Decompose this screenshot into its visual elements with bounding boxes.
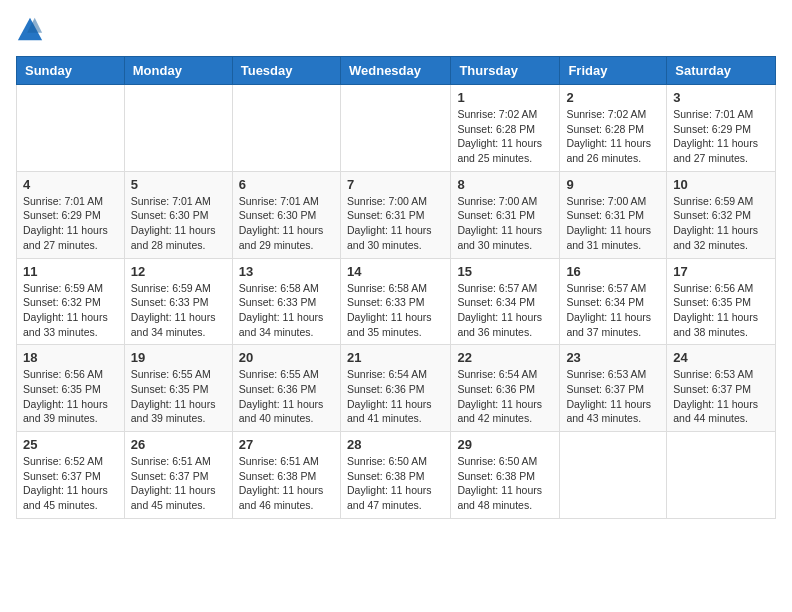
- day-info: Sunrise: 7:02 AM Sunset: 6:28 PM Dayligh…: [457, 107, 553, 166]
- day-info: Sunrise: 6:58 AM Sunset: 6:33 PM Dayligh…: [239, 281, 334, 340]
- calendar-cell: [124, 85, 232, 172]
- day-of-week-header: Thursday: [451, 57, 560, 85]
- day-number: 14: [347, 264, 444, 279]
- day-of-week-header: Tuesday: [232, 57, 340, 85]
- day-info: Sunrise: 6:55 AM Sunset: 6:35 PM Dayligh…: [131, 367, 226, 426]
- day-info: Sunrise: 6:54 AM Sunset: 6:36 PM Dayligh…: [347, 367, 444, 426]
- calendar-cell: 11Sunrise: 6:59 AM Sunset: 6:32 PM Dayli…: [17, 258, 125, 345]
- day-info: Sunrise: 6:52 AM Sunset: 6:37 PM Dayligh…: [23, 454, 118, 513]
- day-number: 12: [131, 264, 226, 279]
- day-info: Sunrise: 6:55 AM Sunset: 6:36 PM Dayligh…: [239, 367, 334, 426]
- day-info: Sunrise: 6:51 AM Sunset: 6:37 PM Dayligh…: [131, 454, 226, 513]
- calendar-cell: 27Sunrise: 6:51 AM Sunset: 6:38 PM Dayli…: [232, 432, 340, 519]
- calendar-week-row: 1Sunrise: 7:02 AM Sunset: 6:28 PM Daylig…: [17, 85, 776, 172]
- calendar-cell: 28Sunrise: 6:50 AM Sunset: 6:38 PM Dayli…: [340, 432, 450, 519]
- calendar-cell: 23Sunrise: 6:53 AM Sunset: 6:37 PM Dayli…: [560, 345, 667, 432]
- day-info: Sunrise: 7:01 AM Sunset: 6:30 PM Dayligh…: [131, 194, 226, 253]
- day-number: 29: [457, 437, 553, 452]
- calendar-cell: 5Sunrise: 7:01 AM Sunset: 6:30 PM Daylig…: [124, 171, 232, 258]
- calendar-cell: [232, 85, 340, 172]
- day-number: 23: [566, 350, 660, 365]
- day-number: 21: [347, 350, 444, 365]
- calendar-week-row: 18Sunrise: 6:56 AM Sunset: 6:35 PM Dayli…: [17, 345, 776, 432]
- day-number: 1: [457, 90, 553, 105]
- day-number: 3: [673, 90, 769, 105]
- day-number: 19: [131, 350, 226, 365]
- day-number: 16: [566, 264, 660, 279]
- day-info: Sunrise: 6:50 AM Sunset: 6:38 PM Dayligh…: [347, 454, 444, 513]
- logo-icon: [16, 16, 44, 44]
- day-number: 24: [673, 350, 769, 365]
- calendar-cell: 21Sunrise: 6:54 AM Sunset: 6:36 PM Dayli…: [340, 345, 450, 432]
- calendar-cell: 16Sunrise: 6:57 AM Sunset: 6:34 PM Dayli…: [560, 258, 667, 345]
- page-header: [16, 16, 776, 44]
- logo: [16, 16, 48, 44]
- calendar-table: SundayMondayTuesdayWednesdayThursdayFrid…: [16, 56, 776, 519]
- calendar-cell: 18Sunrise: 6:56 AM Sunset: 6:35 PM Dayli…: [17, 345, 125, 432]
- calendar-cell: 20Sunrise: 6:55 AM Sunset: 6:36 PM Dayli…: [232, 345, 340, 432]
- day-info: Sunrise: 6:57 AM Sunset: 6:34 PM Dayligh…: [457, 281, 553, 340]
- calendar-cell: [560, 432, 667, 519]
- calendar-cell: 3Sunrise: 7:01 AM Sunset: 6:29 PM Daylig…: [667, 85, 776, 172]
- day-number: 8: [457, 177, 553, 192]
- calendar-cell: 29Sunrise: 6:50 AM Sunset: 6:38 PM Dayli…: [451, 432, 560, 519]
- day-number: 22: [457, 350, 553, 365]
- calendar-cell: 2Sunrise: 7:02 AM Sunset: 6:28 PM Daylig…: [560, 85, 667, 172]
- day-info: Sunrise: 6:53 AM Sunset: 6:37 PM Dayligh…: [673, 367, 769, 426]
- day-number: 20: [239, 350, 334, 365]
- day-info: Sunrise: 6:59 AM Sunset: 6:33 PM Dayligh…: [131, 281, 226, 340]
- calendar-cell: 19Sunrise: 6:55 AM Sunset: 6:35 PM Dayli…: [124, 345, 232, 432]
- day-number: 10: [673, 177, 769, 192]
- day-number: 25: [23, 437, 118, 452]
- day-of-week-header: Wednesday: [340, 57, 450, 85]
- calendar-cell: 4Sunrise: 7:01 AM Sunset: 6:29 PM Daylig…: [17, 171, 125, 258]
- day-info: Sunrise: 6:54 AM Sunset: 6:36 PM Dayligh…: [457, 367, 553, 426]
- day-info: Sunrise: 6:58 AM Sunset: 6:33 PM Dayligh…: [347, 281, 444, 340]
- day-number: 2: [566, 90, 660, 105]
- calendar-cell: 12Sunrise: 6:59 AM Sunset: 6:33 PM Dayli…: [124, 258, 232, 345]
- day-of-week-header: Friday: [560, 57, 667, 85]
- calendar-cell: 25Sunrise: 6:52 AM Sunset: 6:37 PM Dayli…: [17, 432, 125, 519]
- calendar-cell: 17Sunrise: 6:56 AM Sunset: 6:35 PM Dayli…: [667, 258, 776, 345]
- calendar-cell: 13Sunrise: 6:58 AM Sunset: 6:33 PM Dayli…: [232, 258, 340, 345]
- calendar-cell: 6Sunrise: 7:01 AM Sunset: 6:30 PM Daylig…: [232, 171, 340, 258]
- day-info: Sunrise: 6:59 AM Sunset: 6:32 PM Dayligh…: [673, 194, 769, 253]
- calendar-week-row: 11Sunrise: 6:59 AM Sunset: 6:32 PM Dayli…: [17, 258, 776, 345]
- day-info: Sunrise: 7:01 AM Sunset: 6:29 PM Dayligh…: [673, 107, 769, 166]
- calendar-cell: 9Sunrise: 7:00 AM Sunset: 6:31 PM Daylig…: [560, 171, 667, 258]
- day-info: Sunrise: 6:56 AM Sunset: 6:35 PM Dayligh…: [673, 281, 769, 340]
- day-number: 4: [23, 177, 118, 192]
- day-number: 26: [131, 437, 226, 452]
- day-number: 15: [457, 264, 553, 279]
- day-number: 9: [566, 177, 660, 192]
- calendar-week-row: 25Sunrise: 6:52 AM Sunset: 6:37 PM Dayli…: [17, 432, 776, 519]
- calendar-cell: 1Sunrise: 7:02 AM Sunset: 6:28 PM Daylig…: [451, 85, 560, 172]
- day-info: Sunrise: 7:00 AM Sunset: 6:31 PM Dayligh…: [457, 194, 553, 253]
- calendar-cell: 7Sunrise: 7:00 AM Sunset: 6:31 PM Daylig…: [340, 171, 450, 258]
- calendar-cell: [667, 432, 776, 519]
- day-info: Sunrise: 7:00 AM Sunset: 6:31 PM Dayligh…: [347, 194, 444, 253]
- day-info: Sunrise: 6:59 AM Sunset: 6:32 PM Dayligh…: [23, 281, 118, 340]
- calendar-cell: 24Sunrise: 6:53 AM Sunset: 6:37 PM Dayli…: [667, 345, 776, 432]
- calendar-cell: [17, 85, 125, 172]
- calendar-cell: [340, 85, 450, 172]
- day-of-week-header: Saturday: [667, 57, 776, 85]
- day-number: 13: [239, 264, 334, 279]
- day-of-week-header: Monday: [124, 57, 232, 85]
- day-info: Sunrise: 6:51 AM Sunset: 6:38 PM Dayligh…: [239, 454, 334, 513]
- day-number: 27: [239, 437, 334, 452]
- calendar-cell: 26Sunrise: 6:51 AM Sunset: 6:37 PM Dayli…: [124, 432, 232, 519]
- calendar-cell: 15Sunrise: 6:57 AM Sunset: 6:34 PM Dayli…: [451, 258, 560, 345]
- calendar-cell: 14Sunrise: 6:58 AM Sunset: 6:33 PM Dayli…: [340, 258, 450, 345]
- day-info: Sunrise: 6:53 AM Sunset: 6:37 PM Dayligh…: [566, 367, 660, 426]
- calendar-cell: 22Sunrise: 6:54 AM Sunset: 6:36 PM Dayli…: [451, 345, 560, 432]
- day-info: Sunrise: 7:01 AM Sunset: 6:29 PM Dayligh…: [23, 194, 118, 253]
- day-info: Sunrise: 6:50 AM Sunset: 6:38 PM Dayligh…: [457, 454, 553, 513]
- day-number: 18: [23, 350, 118, 365]
- calendar-week-row: 4Sunrise: 7:01 AM Sunset: 6:29 PM Daylig…: [17, 171, 776, 258]
- day-number: 17: [673, 264, 769, 279]
- day-number: 7: [347, 177, 444, 192]
- calendar-cell: 10Sunrise: 6:59 AM Sunset: 6:32 PM Dayli…: [667, 171, 776, 258]
- day-info: Sunrise: 7:02 AM Sunset: 6:28 PM Dayligh…: [566, 107, 660, 166]
- day-info: Sunrise: 6:56 AM Sunset: 6:35 PM Dayligh…: [23, 367, 118, 426]
